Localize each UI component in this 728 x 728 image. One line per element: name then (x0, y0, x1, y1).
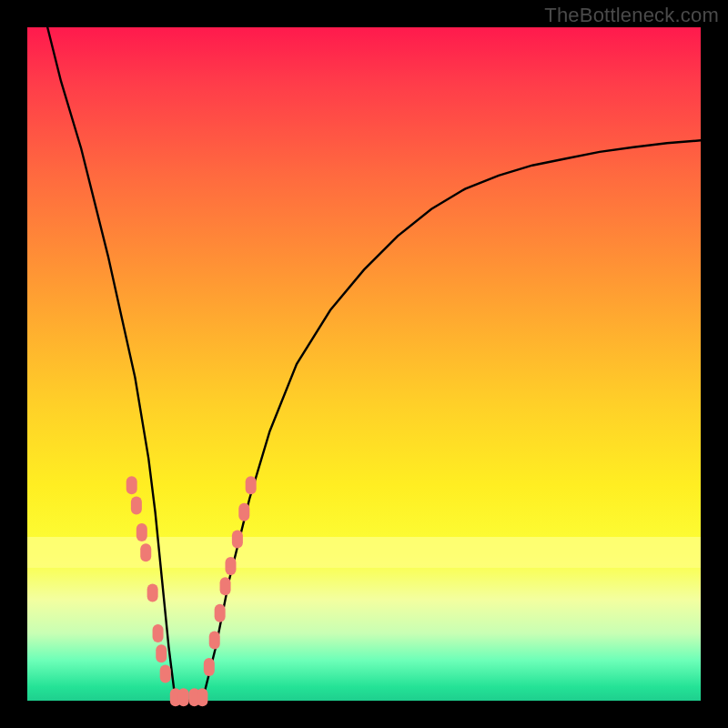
chart-svg (27, 27, 701, 701)
curve-marker (160, 664, 171, 682)
curve-marker (156, 644, 167, 662)
bottleneck-curve (47, 27, 701, 701)
curve-marker (140, 543, 151, 561)
curve-marker (131, 496, 142, 514)
curve-marker (126, 476, 137, 494)
curve-marker (178, 688, 189, 706)
curve-marker (220, 577, 231, 595)
watermark-text: TheBottleneck.com (544, 4, 719, 27)
curve-marker (232, 530, 243, 548)
curve-marker (153, 624, 164, 642)
curve-marker (215, 604, 226, 622)
curve-marker (197, 688, 207, 706)
curve-marker (246, 476, 257, 494)
curve-marker (209, 631, 220, 649)
curve-markers (126, 476, 257, 706)
curve-marker (204, 658, 215, 676)
curve-marker (225, 557, 236, 575)
curve-marker (147, 584, 158, 602)
curve-marker (136, 523, 147, 541)
curve-marker (238, 503, 249, 521)
chart-frame: TheBottleneck.com (0, 0, 728, 728)
